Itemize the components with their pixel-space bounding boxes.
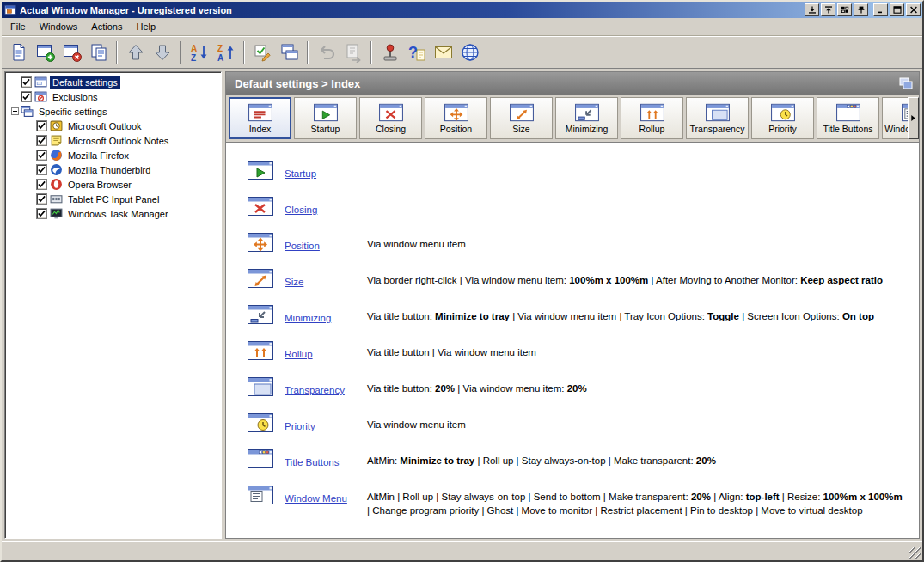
menu-actions[interactable]: Actions — [84, 18, 129, 35]
setting-link-rollup[interactable]: Rollup — [285, 349, 313, 359]
move-up-button[interactable] — [122, 40, 149, 65]
maximize-button[interactable] — [890, 3, 904, 16]
save-profile-button[interactable] — [5, 40, 32, 65]
tab-startup[interactable]: Startup — [294, 97, 357, 139]
svg-text:?: ? — [408, 44, 418, 61]
setting-row-window-menu: Window MenuAltMin | Roll up | Stay alway… — [247, 484, 903, 517]
win-exclusions-icon — [34, 90, 47, 103]
tree-item-opera-browser[interactable]: Opera Browser — [6, 177, 220, 192]
minimize-button[interactable] — [873, 3, 888, 16]
menu-file[interactable]: File — [3, 18, 33, 35]
setting-link-transparency[interactable]: Transparency — [285, 385, 345, 395]
win-default-icon — [34, 76, 47, 89]
win-specific-icon — [21, 105, 34, 118]
setting-link-size[interactable]: Size — [285, 277, 303, 287]
setting-link-priority[interactable]: Priority — [285, 421, 315, 431]
toolbar-separator — [116, 41, 118, 64]
toolbar-separator — [243, 41, 245, 64]
tree-item-mozilla-thunderbird[interactable]: Mozilla Thunderbird — [6, 162, 220, 177]
tab-index[interactable]: Index — [229, 97, 291, 139]
copy-settings-button[interactable] — [85, 40, 112, 65]
tab-position[interactable]: Position — [425, 97, 487, 139]
transparency-button[interactable] — [837, 3, 852, 16]
tab-minimizing[interactable]: Minimizing — [555, 97, 618, 139]
setting-description: AltMin: Minimize to tray | Roll up | Sta… — [367, 448, 903, 467]
tree-item-exclusions[interactable]: Exclusions — [6, 89, 220, 104]
tree-checkbox[interactable] — [36, 164, 47, 175]
tree-item-default-settings[interactable]: Default settings — [6, 75, 220, 89]
sort-ascending-button[interactable]: AZ — [186, 40, 212, 65]
setting-link-startup[interactable]: Startup — [285, 168, 316, 179]
tab-closing[interactable]: Closing — [359, 97, 422, 139]
title-bar[interactable]: Actual Window Manager - Unregistered ver… — [2, 2, 922, 18]
size-icon — [247, 267, 285, 290]
altmin-button[interactable] — [805, 3, 819, 16]
tree-item-microsoft-outlook-notes[interactable]: Microsoft Outlook Notes — [6, 133, 220, 148]
setting-link-position[interactable]: Position — [285, 241, 320, 251]
tree-item-label: Specific settings — [36, 106, 109, 118]
setting-link-minimizing[interactable]: Minimizing — [285, 313, 331, 323]
tree-item-windows-task-manager[interactable]: Windows Task Manager — [6, 206, 220, 221]
title-buttons-icon — [247, 448, 285, 470]
tab-rollup[interactable]: Rollup — [621, 97, 683, 139]
tree-checkbox[interactable] — [36, 120, 47, 131]
tab-scroll-right-button[interactable] — [908, 97, 919, 139]
tree-checkbox[interactable] — [21, 76, 32, 88]
setting-row-rollup: RollupVia title button | Via window menu… — [247, 339, 903, 369]
setting-link-closing[interactable]: Closing — [285, 205, 317, 215]
close-button[interactable] — [906, 3, 921, 16]
tree-checkbox[interactable] — [21, 91, 32, 102]
delete-window-settings-button[interactable] — [58, 40, 85, 65]
website-button[interactable] — [456, 40, 483, 65]
redo-button[interactable] — [340, 40, 366, 65]
setting-link-cell: Window Menu — [285, 484, 367, 505]
tab-priority[interactable]: Priority — [751, 97, 814, 139]
cascade-windows-icon[interactable] — [898, 76, 914, 90]
setting-link-window-menu[interactable]: Window Menu — [285, 493, 347, 504]
svg-text:Z: Z — [191, 53, 196, 63]
help-contents-button[interactable]: ? — [403, 40, 430, 65]
setting-description: Via title button: Minimize to tray | Via… — [367, 303, 903, 323]
undo-button[interactable] — [313, 40, 340, 65]
apply-settings-button[interactable] — [249, 40, 276, 65]
resize-grip[interactable] — [909, 547, 921, 559]
hotkeys-button[interactable] — [376, 40, 403, 65]
tree-item-tablet-pc-input-panel[interactable]: Tablet PC Input Panel — [6, 192, 220, 206]
tree-item-microsoft-outlook[interactable]: Microsoft Outlook — [6, 119, 220, 133]
startup-icon — [313, 102, 339, 123]
breadcrumb-bar: Default settings > Index — [226, 72, 919, 95]
window-menu-icon — [247, 484, 285, 506]
tree-item-specific-settings[interactable]: Specific settings — [6, 104, 220, 119]
menu-help[interactable]: Help — [129, 18, 162, 35]
rollup-button[interactable] — [821, 3, 835, 16]
setting-row-minimizing: MinimizingVia title button: Minimize to … — [247, 303, 903, 333]
svg-text:Z: Z — [217, 44, 223, 53]
tab-size[interactable]: Size — [490, 97, 553, 139]
add-window-settings-button[interactable] — [32, 40, 58, 65]
tree-item-label: Windows Task Manager — [65, 208, 171, 220]
setting-description — [367, 159, 903, 165]
setting-link-title-buttons[interactable]: Title Buttons — [285, 457, 340, 467]
tree-checkbox[interactable] — [36, 193, 47, 205]
settings-tree[interactable]: Default settingsExclusionsSpecific setti… — [4, 71, 222, 539]
tree-item-mozilla-firefox[interactable]: Mozilla Firefox — [6, 148, 220, 162]
tree-checkbox[interactable] — [36, 208, 47, 219]
move-down-button[interactable] — [149, 40, 175, 65]
closing-icon — [378, 102, 404, 123]
tree-checkbox[interactable] — [36, 150, 47, 161]
tree-checkbox[interactable] — [36, 135, 47, 146]
send-mail-button[interactable] — [430, 40, 456, 65]
tab-transparency[interactable]: Transparency — [686, 97, 749, 139]
tree-expander-minus[interactable] — [9, 107, 21, 115]
svg-text:A: A — [217, 53, 223, 63]
menu-windows[interactable]: Windows — [33, 18, 85, 35]
tab-title-buttons[interactable]: Title Buttons — [817, 97, 879, 139]
toolbar-separator — [180, 41, 181, 64]
tab-label: Priority — [768, 124, 797, 134]
tree-checkbox[interactable] — [36, 179, 47, 190]
status-bar — [2, 541, 922, 560]
always-on-top-button[interactable] — [854, 3, 868, 16]
apply-to-windows-button[interactable] — [276, 40, 303, 65]
sort-descending-button[interactable]: ZA — [212, 40, 239, 65]
tree-item-label: Microsoft Outlook — [65, 120, 144, 132]
